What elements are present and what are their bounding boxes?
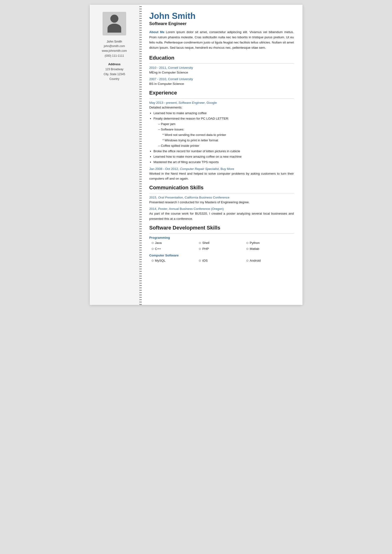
skills-grid-programming: Java Shell Python C++ PHP Matlab bbox=[152, 240, 294, 252]
comm-entry-1-body: Presented research I conducted for my Ma… bbox=[149, 200, 294, 205]
sidebar-email: john@smith.com bbox=[104, 44, 125, 48]
edu-entry-1-degree: MEng in Computer Science bbox=[149, 70, 294, 75]
edu-entry-2: 2007 - 2010, Cornell University BS in Co… bbox=[149, 77, 294, 86]
communication-separator bbox=[149, 193, 294, 193]
skill-mysql: MySQL bbox=[152, 258, 199, 264]
edu-entry-2-degree: BS in Computer Science bbox=[149, 81, 294, 86]
exp-sub-bullet-1: Paper jam bbox=[158, 122, 294, 127]
education-section-title: Education bbox=[149, 55, 294, 61]
skills-category-programming: Programming bbox=[149, 236, 294, 239]
exp-bullet-2: Finally determined the reason for PC LOA… bbox=[154, 116, 294, 148]
skill-shell: Shell bbox=[199, 240, 246, 246]
exp-bullet-4: Learned how to make more amazing coffee … bbox=[154, 154, 294, 159]
sidebar-contact: john@smith.com www.johnsmith.com (000) 1… bbox=[102, 44, 127, 58]
skills-grid-software: MySQL iOS Android bbox=[152, 258, 294, 264]
exp-entry-2: Jan 2008 - Oct 2012, Computer Repair Spe… bbox=[149, 167, 294, 181]
about-me-text: Lorem ipsum dolor sit amet, consectetur … bbox=[149, 30, 294, 50]
comm-entry-1: 2015, Oral Presentation, California Busi… bbox=[149, 196, 294, 205]
vertical-divider bbox=[140, 5, 142, 305]
comm-entry-1-header: 2015, Oral Presentation, California Busi… bbox=[149, 196, 294, 199]
exp-entry-1-body: Detailed achievements: Learned how to ma… bbox=[149, 105, 294, 165]
person-icon bbox=[107, 15, 121, 33]
skill-php: PHP bbox=[199, 246, 246, 252]
exp-entry-1: May 2013 - present, Software Engineer, G… bbox=[149, 101, 294, 165]
skill-matlab: Matlab bbox=[246, 246, 294, 252]
skill-python: Python bbox=[246, 240, 294, 246]
avatar bbox=[103, 12, 126, 35]
exp-entry-2-body: Worked in the Nerd Herd and helped to so… bbox=[149, 171, 294, 181]
main-title: Software Engineer bbox=[149, 21, 294, 26]
skills-separator bbox=[149, 233, 294, 233]
skill-bullet-android bbox=[246, 260, 248, 262]
edu-entry-1: 2010 - 2011, Cornell University MEng in … bbox=[149, 66, 294, 75]
exp-entry-1-header: May 2013 - present, Software Engineer, G… bbox=[149, 101, 294, 105]
exp-subsub-bullet-1: Word not sending the correct data to pri… bbox=[162, 133, 294, 138]
edu-entry-1-header: 2010 - 2011, Cornell University bbox=[149, 66, 294, 70]
sidebar-address-label: Address bbox=[108, 62, 120, 66]
skill-bullet-java bbox=[152, 242, 154, 244]
exp-bullet-5: Mastered the art of filing accurate TPS … bbox=[154, 160, 294, 165]
skill-bullet-matlab bbox=[246, 248, 248, 250]
exp-bullet-3: Broke the office record for number of ki… bbox=[154, 149, 294, 154]
main-name: John Smith bbox=[149, 11, 294, 21]
exp-bullet-1: Learned how to make amazing coffee bbox=[154, 111, 294, 116]
sidebar-street: 123 Broadway bbox=[105, 68, 124, 71]
skills-category-software: Computer Software bbox=[149, 254, 294, 257]
sidebar-website: www.johnsmith.com bbox=[102, 49, 127, 52]
exp-subsub-bullet-2: Windows trying to print in letter format bbox=[162, 138, 294, 143]
about-me-label: About Me bbox=[149, 30, 164, 34]
comm-entry-2: 2014, Poster, Annual Business Conference… bbox=[149, 207, 294, 221]
exp-subsublist-1: Word not sending the correct data to pri… bbox=[162, 133, 294, 143]
experience-separator bbox=[149, 98, 294, 98]
skill-bullet-ios bbox=[199, 260, 201, 262]
exp-entry-2-header: Jan 2008 - Oct 2012, Computer Repair Spe… bbox=[149, 167, 294, 171]
education-separator bbox=[149, 63, 294, 63]
sidebar-city-state: City, State 12345 bbox=[104, 73, 125, 76]
exp-sub-bullet-3: Coffee spilled inside printer bbox=[158, 143, 294, 148]
sidebar-name: John Smith bbox=[106, 40, 122, 43]
main-content: John Smith Software Engineer About Me Lo… bbox=[142, 5, 302, 305]
exp-sub-bullet-2: Software issues: Word not sending the co… bbox=[158, 127, 294, 143]
comm-entry-2-body: As part of the course work for BUS320, I… bbox=[149, 211, 294, 221]
sidebar-address: 123 Broadway City, State 12345 Country bbox=[104, 67, 125, 81]
skill-bullet-cpp bbox=[152, 248, 154, 250]
exp-sublist-1: Paper jam Software issues: Word not send… bbox=[158, 122, 294, 148]
skill-cpp: C++ bbox=[152, 246, 199, 252]
skill-bullet-php bbox=[199, 248, 201, 250]
sidebar: John Smith john@smith.com www.johnsmith.… bbox=[90, 5, 140, 305]
about-me-block: About Me Lorem ipsum dolor sit amet, con… bbox=[149, 29, 294, 51]
exp-list-1: Learned how to make amazing coffee Final… bbox=[154, 111, 294, 164]
sidebar-phone: (000) 111-1111 bbox=[105, 54, 124, 57]
skill-bullet-python bbox=[246, 242, 248, 244]
skill-android: Android bbox=[246, 258, 294, 264]
skills-section-title: Software Development Skills bbox=[149, 225, 294, 231]
skill-bullet-shell bbox=[199, 242, 201, 244]
skill-ios: iOS bbox=[199, 258, 246, 264]
experience-section-title: Experience bbox=[149, 90, 294, 96]
skill-bullet-mysql bbox=[152, 260, 154, 262]
communication-section-title: Communication Skills bbox=[149, 185, 294, 191]
skill-java: Java bbox=[152, 240, 199, 246]
edu-entry-2-header: 2007 - 2010, Cornell University bbox=[149, 77, 294, 81]
comm-entry-2-header: 2014, Poster, Annual Business Conference… bbox=[149, 207, 294, 210]
sidebar-country: Country bbox=[109, 77, 119, 81]
resume-page: John Smith john@smith.com www.johnsmith.… bbox=[90, 5, 302, 305]
